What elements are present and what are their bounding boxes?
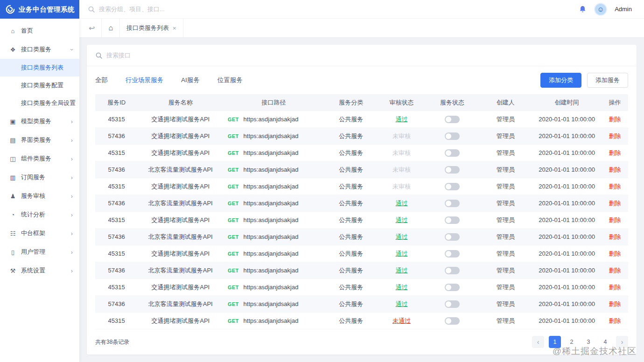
page-button-3[interactable]: 3: [582, 336, 595, 348]
audit-status-link[interactable]: 未审核: [392, 166, 411, 173]
sidebar-subitem[interactable]: 接口类服务全局设置: [0, 94, 79, 112]
cell-category: 公共服务: [324, 149, 378, 157]
next-page-button[interactable]: ›: [616, 336, 628, 348]
tab-行业场景服务[interactable]: 行业场景服务: [126, 76, 163, 84]
delete-link[interactable]: 删除: [609, 183, 621, 190]
sidebar-item-component-service[interactable]: ◫组件类服务›: [0, 149, 79, 168]
sidebar-item-user-management[interactable]: ▯用户管理›: [0, 243, 79, 261]
column-header: 服务状态: [426, 98, 479, 107]
cell-api-path: GEThttps:asdjanjdsakjad: [223, 250, 324, 257]
delete-link[interactable]: 删除: [609, 200, 621, 207]
path-text: https:asdjanjdsakjad: [244, 149, 299, 156]
service-status-toggle[interactable]: [445, 284, 460, 291]
delete-link[interactable]: 删除: [609, 250, 621, 257]
chevron-icon: ›: [71, 174, 73, 181]
framework-icon: ☷: [9, 230, 16, 237]
service-table: 服务ID服务名称接口路径服务分类审核状态服务状态创建人创建时间操作 45315交…: [87, 94, 637, 329]
service-status-toggle[interactable]: [445, 216, 460, 224]
audit-status-link[interactable]: 通过: [396, 116, 408, 123]
service-status-toggle[interactable]: [445, 300, 460, 308]
sidebar-item-api-service[interactable]: ❖接口类服务›: [0, 40, 79, 59]
page-button-4[interactable]: 4: [599, 336, 611, 348]
sidebar-item-model-service[interactable]: ▣模型类服务›: [0, 112, 79, 131]
service-status-toggle[interactable]: [445, 166, 460, 174]
audit-status-link[interactable]: 通过: [396, 233, 408, 240]
global-search-input[interactable]: [99, 6, 239, 13]
sidebar-item-label: 服务审核: [21, 192, 66, 200]
sidebar-subitem[interactable]: 接口类服务列表: [0, 59, 79, 77]
audit-status-link[interactable]: 通过: [396, 216, 408, 223]
sidebar-item-framework[interactable]: ☷中台框架›: [0, 224, 79, 243]
audit-status-link[interactable]: 未通过: [392, 317, 411, 324]
service-status-toggle[interactable]: [445, 116, 460, 123]
tab-AI服务[interactable]: AI服务: [181, 76, 200, 84]
audit-status-link[interactable]: 通过: [396, 284, 408, 291]
sidebar-item-label: 组件类服务: [21, 154, 66, 163]
delete-link[interactable]: 删除: [609, 267, 621, 274]
delete-link[interactable]: 删除: [609, 300, 621, 307]
bell-icon[interactable]: [579, 5, 587, 13]
service-status-toggle[interactable]: [445, 149, 460, 157]
cell-audit-status: 通过: [378, 115, 426, 124]
breadcrumb-tab[interactable]: 接口类服务列表 ×: [119, 19, 183, 37]
delete-link[interactable]: 删除: [609, 317, 621, 324]
sidebar-item-statistics[interactable]: ◔统计分析›: [0, 205, 79, 224]
sidebar-item-subscription[interactable]: ▥订阅服务›: [0, 168, 79, 187]
service-status-toggle[interactable]: [445, 317, 460, 325]
add-service-button[interactable]: 添加服务: [587, 73, 628, 88]
delete-link[interactable]: 删除: [609, 216, 621, 223]
sidebar-item-label: 系统设置: [21, 266, 66, 275]
close-icon[interactable]: ×: [173, 25, 176, 32]
delete-link[interactable]: 删除: [609, 284, 621, 291]
delete-link[interactable]: 删除: [609, 233, 621, 240]
panel-actions: 添加分类 添加服务: [540, 73, 628, 88]
sidebar-item-home[interactable]: ⌂首页: [0, 21, 79, 40]
panel-search[interactable]: [87, 45, 637, 66]
audit-status-link[interactable]: 未审核: [392, 183, 411, 190]
chevron-icon: ›: [68, 49, 75, 50]
prev-page-button[interactable]: ‹: [532, 336, 544, 348]
delete-link[interactable]: 删除: [609, 116, 621, 123]
user-name[interactable]: Admin: [615, 6, 632, 13]
add-category-button[interactable]: 添加分类: [540, 73, 581, 88]
service-status-toggle[interactable]: [445, 233, 460, 241]
cell-creator: 管理员: [479, 216, 532, 224]
audit-status-link[interactable]: 通过: [396, 200, 408, 207]
delete-link[interactable]: 删除: [609, 166, 621, 173]
audit-status-link[interactable]: 通过: [396, 250, 408, 257]
cell-audit-status: 通过: [378, 266, 426, 275]
cell-audit-status: 通过: [378, 216, 426, 224]
audit-status-link[interactable]: 未审核: [392, 132, 411, 139]
http-method-tag: GET: [228, 184, 239, 189]
sidebar-item-system-settings[interactable]: ⚒系统设置›: [0, 261, 79, 280]
delete-link[interactable]: 删除: [609, 132, 621, 139]
sidebar-item-ui-service[interactable]: ▤界面类服务›: [0, 131, 79, 149]
table-row: 45315交通拥堵测试服务APIGEThttps:asdjanjdsakjad公…: [95, 313, 628, 329]
page-button-1[interactable]: 1: [549, 336, 561, 348]
service-status-toggle[interactable]: [445, 183, 460, 190]
service-status-toggle[interactable]: [445, 250, 460, 258]
path-text: https:asdjanjdsakjad: [244, 300, 299, 307]
audit-status-link[interactable]: 未审核: [392, 149, 411, 156]
audit-status-link[interactable]: 通过: [396, 267, 408, 274]
back-arrow-icon[interactable]: ↩: [89, 24, 101, 33]
service-status-toggle[interactable]: [445, 132, 460, 140]
global-search[interactable]: [79, 6, 579, 13]
avatar[interactable]: ☺: [594, 3, 607, 16]
tab-全部[interactable]: 全部: [95, 76, 108, 84]
sidebar-subitem[interactable]: 接口类服务配置: [0, 77, 79, 94]
service-status-toggle[interactable]: [445, 267, 460, 274]
app-logo[interactable]: 业务中台管理系统: [0, 0, 79, 19]
cell-service-name: 北京客流量测试服务API: [138, 233, 223, 241]
http-method-tag: GET: [228, 217, 239, 223]
tab-位置服务[interactable]: 位置服务: [217, 76, 243, 84]
delete-link[interactable]: 删除: [609, 149, 621, 156]
service-status-toggle[interactable]: [445, 200, 460, 207]
home-icon[interactable]: ⌂: [101, 19, 119, 37]
sidebar-item-service-audit[interactable]: ♟服务审核›: [0, 187, 79, 205]
page-button-2[interactable]: 2: [566, 336, 578, 348]
chevron-icon: ›: [71, 267, 73, 274]
panel-search-input[interactable]: [106, 52, 628, 59]
cell-action: 删除: [602, 166, 628, 174]
audit-status-link[interactable]: 通过: [396, 300, 408, 307]
